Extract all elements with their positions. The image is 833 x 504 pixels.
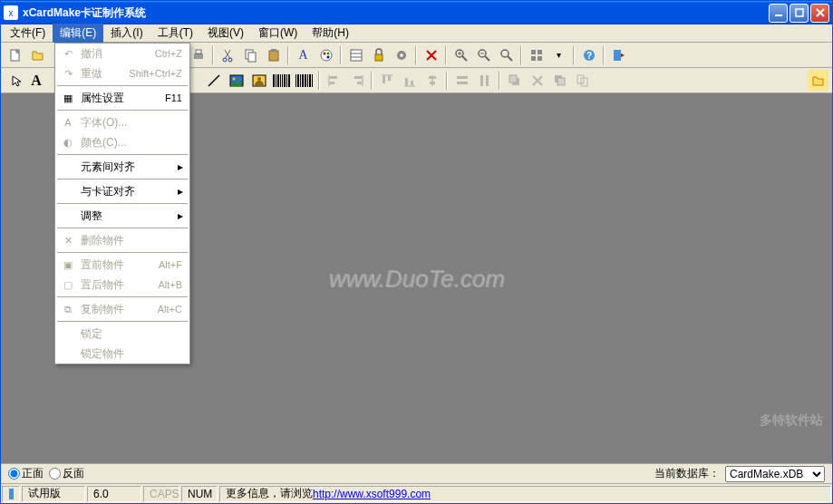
- color-button[interactable]: [315, 44, 336, 65]
- new-button[interactable]: [5, 44, 25, 65]
- pointer-tool[interactable]: [5, 70, 25, 91]
- menu-window[interactable]: 窗口(W): [251, 24, 305, 43]
- menu-copy-obj[interactable]: ⧉复制物件Alt+C: [55, 299, 189, 319]
- align-bottom-button[interactable]: [399, 70, 420, 91]
- barcode-icon: [273, 74, 290, 87]
- edit-dropdown-menu: ↶撤消Ctrl+Z ↷重做Shift+Ctrl+Z ▦属性设置F11 A字体(O…: [54, 43, 190, 364]
- align-right-button[interactable]: [346, 70, 367, 91]
- same-width-button[interactable]: [451, 70, 472, 91]
- menu-delete[interactable]: ✕删除物件: [55, 230, 189, 250]
- align-left-button[interactable]: [324, 70, 344, 91]
- minimize-button[interactable]: [769, 4, 788, 23]
- menubar: 文件(F) 编辑(E) 插入(I) 工具(T) 视图(V) 窗口(W) 帮助(H…: [1, 24, 832, 43]
- menu-front[interactable]: ▣置前物件Alt+F: [55, 255, 189, 275]
- align-top-button[interactable]: [376, 70, 397, 91]
- menu-props[interactable]: ▦属性设置F11: [55, 88, 189, 108]
- copy-button[interactable]: [240, 44, 261, 65]
- menu-help[interactable]: 帮助(H): [305, 24, 356, 43]
- barcode-tool[interactable]: [271, 70, 292, 91]
- close-icon: [816, 8, 825, 17]
- svg-point-15: [321, 50, 332, 61]
- photo-icon: [252, 73, 266, 88]
- print-button[interactable]: [188, 44, 208, 65]
- delete-button[interactable]: [421, 44, 441, 65]
- separator: [415, 46, 417, 64]
- front-radio-label[interactable]: 正面: [8, 466, 44, 481]
- line-tool[interactable]: [203, 70, 224, 91]
- image-tool[interactable]: [226, 70, 247, 91]
- back-radio[interactable]: [49, 468, 61, 480]
- cut-button[interactable]: [218, 44, 238, 65]
- app-icon: x: [4, 5, 18, 20]
- props-icon: ▦: [59, 92, 77, 104]
- menu-color[interactable]: ◐颜色(C)...: [55, 132, 189, 152]
- props-button[interactable]: [345, 44, 366, 65]
- svg-rect-1: [796, 9, 803, 16]
- menu-view[interactable]: 视图(V): [200, 24, 251, 43]
- maximize-icon: [795, 8, 804, 17]
- separator: [318, 72, 320, 90]
- status-version: 6.0: [87, 486, 141, 502]
- svg-rect-14: [271, 49, 276, 52]
- status-url-link[interactable]: http://www.xsoft999.com: [313, 488, 431, 500]
- svg-point-34: [501, 50, 509, 57]
- svg-rect-66: [486, 75, 489, 86]
- svg-rect-55: [383, 76, 385, 83]
- separator: [212, 46, 214, 64]
- close-button[interactable]: [810, 4, 829, 23]
- svg-rect-5: [194, 53, 203, 59]
- photo-tool[interactable]: [248, 70, 269, 91]
- menu-align-card[interactable]: 与卡证对齐▸: [55, 181, 189, 201]
- barcode2-tool[interactable]: [294, 70, 315, 91]
- copy-obj-button[interactable]: [572, 70, 593, 91]
- menu-edit[interactable]: 编辑(E): [53, 24, 103, 43]
- align-right-icon: [350, 73, 364, 88]
- bring-front-button[interactable]: [504, 70, 525, 91]
- menu-adjust[interactable]: 调整▸: [55, 206, 189, 226]
- menu-file[interactable]: 文件(F): [3, 24, 53, 43]
- maximize-button[interactable]: [789, 4, 809, 23]
- lock-button[interactable]: [368, 44, 389, 65]
- zoomin-button[interactable]: [450, 44, 471, 65]
- settings-button[interactable]: [391, 44, 412, 65]
- zoomfit-button[interactable]: [496, 44, 517, 65]
- separator: [573, 46, 575, 64]
- front-radio[interactable]: [8, 468, 20, 480]
- menu-tool[interactable]: 工具(T): [150, 24, 200, 43]
- delete-obj-button[interactable]: [527, 70, 547, 91]
- font-btn[interactable]: A: [293, 44, 314, 65]
- align-center-button[interactable]: [421, 70, 442, 91]
- back-radio-label[interactable]: 反面: [49, 466, 84, 481]
- menu-lock[interactable]: 锁定: [55, 324, 189, 344]
- title-text: xCardMake卡证制作系统: [23, 5, 769, 21]
- svg-rect-6: [196, 50, 201, 53]
- font-icon: A: [298, 48, 307, 63]
- grid-button[interactable]: [526, 44, 547, 65]
- menu-undo[interactable]: ↶撤消Ctrl+Z: [55, 44, 189, 63]
- db-select[interactable]: CardMake.xDB: [725, 466, 825, 482]
- zoomout-button[interactable]: [473, 44, 494, 65]
- exit-button[interactable]: [608, 44, 629, 65]
- separator: [371, 72, 373, 90]
- paste-button[interactable]: [263, 44, 284, 65]
- sidebar-toggle[interactable]: [808, 70, 828, 91]
- copy-icon: [244, 48, 258, 63]
- menu-align-elements[interactable]: 元素间对齐▸: [55, 157, 189, 177]
- menu-separator: [57, 296, 188, 297]
- help-button[interactable]: ?: [578, 44, 599, 65]
- menu-back[interactable]: ▢置后物件Alt+B: [55, 275, 189, 295]
- open-button[interactable]: [27, 44, 48, 65]
- send-back-button[interactable]: [549, 70, 570, 91]
- svg-point-45: [232, 77, 235, 80]
- menu-separator: [57, 179, 188, 179]
- separator: [340, 46, 342, 64]
- menu-lock-obj[interactable]: 锁定物件: [55, 344, 189, 363]
- svg-rect-59: [411, 81, 413, 85]
- menu-font[interactable]: A字体(O)...: [55, 112, 189, 132]
- same-height-button[interactable]: [474, 70, 495, 91]
- menu-redo[interactable]: ↷重做Shift+Ctrl+Z: [55, 63, 189, 83]
- text-tool[interactable]: A: [27, 70, 45, 91]
- grid2-button[interactable]: ▾: [548, 44, 569, 65]
- menu-insert[interactable]: 插入(I): [103, 24, 150, 43]
- submenu-arrow-icon: ▸: [175, 160, 186, 173]
